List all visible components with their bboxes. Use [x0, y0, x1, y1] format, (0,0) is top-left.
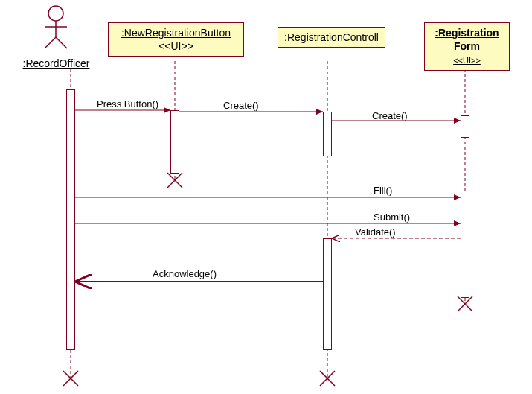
activation-actor	[66, 89, 75, 350]
activation-form-1	[461, 115, 469, 138]
label-fill: Fill()	[374, 185, 392, 196]
destroy-btn	[167, 173, 182, 188]
activation-ctrl-1	[323, 112, 332, 156]
lifeline-title-btn: :NewRegistrationButton <<UI>>	[121, 27, 231, 52]
label-create1: Create()	[223, 100, 259, 111]
activation-form-2	[461, 194, 469, 298]
label-create2: Create()	[372, 110, 408, 121]
lifeline-title-ctrl: :RegistrationControll	[284, 31, 379, 43]
lifeline-title-form: :Registration Form	[435, 27, 499, 52]
lifeline-head-form: :Registration Form <<UI>>	[424, 22, 510, 71]
lifeline-stereo-form: <<UI>>	[453, 56, 481, 65]
svg-point-0	[48, 6, 63, 21]
label-ack: Acknowledge()	[153, 268, 217, 279]
svg-line-3	[45, 37, 56, 48]
lifeline-head-ctrl: :RegistrationControll	[278, 27, 385, 48]
svg-line-4	[56, 37, 67, 48]
label-press: Press Button()	[97, 98, 158, 109]
destroy-ctrl	[320, 371, 335, 386]
activation-ctrl-2	[323, 238, 332, 350]
actor-label: :RecordOfficer	[13, 54, 99, 73]
label-submit: Submit()	[374, 212, 410, 223]
activation-btn	[170, 110, 179, 174]
actor-icon	[45, 6, 67, 48]
label-validate: Validate()	[355, 226, 396, 238]
lifeline-head-btn: :NewRegistrationButton <<UI>>	[108, 22, 244, 57]
